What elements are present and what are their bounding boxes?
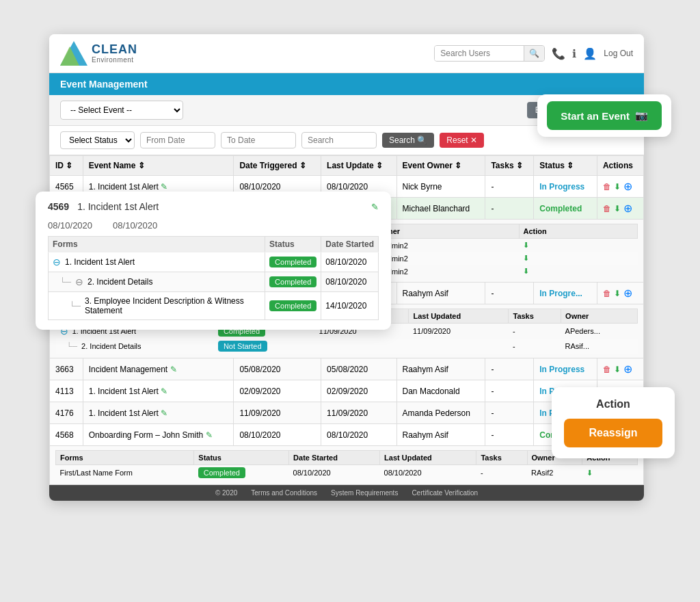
sub-col-date-started: Date Started — [289, 451, 380, 465]
detail-form-date: 08/10/2020 — [321, 272, 379, 292]
col-event-name[interactable]: Event Name ⇕ — [83, 156, 234, 176]
status-filter[interactable]: Select Status — [60, 131, 135, 149]
sub-form-last-updated: 11/09/2020 — [409, 324, 509, 339]
info-icon[interactable]: ℹ — [572, 47, 576, 60]
delete-icon[interactable]: 🗑 — [603, 204, 611, 213]
tree-connector: └─ — [59, 277, 71, 287]
detail-form-name: └─ 3. Employee Incident Description & Wi… — [49, 292, 265, 320]
phone-icon[interactable]: 📞 — [552, 47, 565, 60]
search-input[interactable] — [301, 132, 377, 148]
reassign-button[interactable]: Reassign — [564, 419, 662, 447]
logo-clean: CLEAN — [92, 43, 137, 57]
col-event-owner[interactable]: Event Owner ⇕ — [396, 156, 485, 176]
form-name-text: 2. Incident Details — [81, 342, 141, 350]
search-users-input[interactable] — [435, 46, 524, 61]
form-item: └─ ⊖ 2. Incident Details — [53, 276, 260, 287]
detail-col-date-started: Date Started — [321, 237, 379, 252]
action-card-title: Action — [564, 398, 662, 410]
col-actions: Actions — [597, 156, 643, 176]
sub-col-owner: Owner — [372, 224, 519, 239]
certificate-link[interactable]: Certificate Verification — [412, 489, 478, 497]
download-icon[interactable]: ⬇ — [614, 182, 621, 192]
info-circle-icon[interactable]: ⊕ — [623, 180, 632, 193]
detail-card-title: 1. Incident 1st Alert — [77, 201, 363, 212]
action-icons: 🗑 ⬇ ⊕ — [603, 363, 638, 376]
form-item: └─ 2. Incident Details — [60, 342, 210, 350]
download-icon[interactable]: ⬇ — [587, 469, 593, 477]
delete-icon[interactable]: 🗑 — [603, 182, 611, 192]
action-card: Action Reassign — [552, 387, 675, 458]
event-name-text: 1. Incident 1st Alert — [89, 408, 159, 418]
cell-tasks: - — [485, 424, 534, 446]
detail-form-status: Completed — [265, 252, 321, 272]
select-event-dropdown[interactable]: -- Select Event -- — [60, 101, 183, 120]
download-icon[interactable]: ⬇ — [523, 267, 529, 275]
sub-form-date-started — [315, 339, 409, 354]
edit-icon[interactable]: ✎ — [206, 430, 213, 440]
edit-icon[interactable]: ✎ — [170, 365, 177, 374]
detail-card-edit-icon[interactable]: ✎ — [371, 202, 379, 212]
sub-col-tasks: Tasks — [476, 451, 527, 465]
search-button[interactable]: Search 🔍 — [382, 133, 434, 148]
edit-icon[interactable]: ✎ — [161, 408, 167, 418]
edit-icon[interactable]: ✎ — [161, 387, 167, 396]
event-name-text: Incident Management — [89, 365, 167, 374]
download-icon[interactable]: ⬇ — [523, 254, 529, 262]
cell-actions: 🗑 ⬇ ⊕ — [597, 283, 643, 304]
cell-date-triggered: 08/10/2020 — [234, 424, 321, 446]
detail-card-dates: 08/10/2020 08/10/2020 — [48, 220, 379, 231]
reset-button[interactable]: Reset ✕ — [440, 133, 484, 148]
col-id[interactable]: ID ⇕ — [50, 156, 83, 176]
logo: CLEAN Environment — [60, 41, 137, 66]
info-circle-icon[interactable]: ⊕ — [623, 287, 632, 300]
col-last-update[interactable]: Last Update ⇕ — [321, 156, 396, 176]
download-icon[interactable]: ⬇ — [614, 365, 621, 374]
circle-minus-icon: ⊖ — [75, 276, 83, 287]
detail-date-triggered: 08/10/2020 — [48, 220, 92, 231]
detail-card-id: 4569 — [48, 201, 69, 212]
detail-last-update: 08/10/2020 — [113, 220, 157, 231]
sub-col-owner: Owner — [561, 309, 638, 324]
logout-button[interactable]: Log Out — [604, 49, 633, 58]
cell-owner: Nick Byrne — [396, 176, 485, 198]
download-icon[interactable]: ⬇ — [614, 204, 621, 213]
edit-icon[interactable]: ✎ — [161, 182, 167, 192]
cell-actions: 🗑 ⬇ ⊕ — [597, 176, 643, 198]
download-icon[interactable]: ⬇ — [614, 289, 621, 298]
from-date-input[interactable] — [140, 132, 215, 148]
col-date-triggered[interactable]: Date Triggered ⇕ — [234, 156, 321, 176]
cell-actions: 🗑 ⬇ ⊕ — [597, 358, 643, 380]
cell-owner: Dan Macdonald — [396, 380, 485, 402]
cell-tasks: - — [485, 402, 534, 424]
search-users-button[interactable]: 🔍 — [524, 46, 544, 61]
camera-icon: 📷 — [635, 109, 648, 122]
detail-form-row: └─ 3. Employee Incident Description & Wi… — [49, 292, 379, 320]
tree-connector: └─ — [69, 301, 81, 311]
completed-badge: Completed — [269, 257, 317, 267]
cell-id: 4176 — [50, 402, 83, 424]
sub-col-status: Status — [194, 451, 289, 465]
user-icon[interactable]: 👤 — [583, 47, 597, 60]
info-circle-icon[interactable]: ⊕ — [623, 202, 632, 215]
delete-icon[interactable]: 🗑 — [603, 365, 611, 374]
sub-form-last-updated: 08/10/2020 — [380, 465, 476, 481]
sub-form-name: First/Last Name Form — [56, 465, 194, 481]
terms-link[interactable]: Terms and Conditions — [251, 489, 317, 497]
download-icon[interactable]: ⬇ — [523, 241, 529, 249]
cell-tasks: - — [485, 198, 534, 220]
footer: © 2020 Terms and Conditions System Requi… — [49, 485, 644, 501]
info-circle-icon[interactable]: ⊕ — [623, 363, 632, 376]
cell-tasks: - — [485, 380, 534, 402]
col-status[interactable]: Status ⇕ — [534, 156, 597, 176]
cell-status: In Progre... — [534, 283, 597, 304]
detail-sub-header: Forms Status Date Started — [49, 237, 379, 252]
delete-icon[interactable]: 🗑 — [603, 289, 611, 298]
start-event-button[interactable]: Start an Event 📷 — [547, 101, 662, 130]
cell-status: In Progress — [534, 358, 597, 380]
to-date-input[interactable] — [221, 132, 296, 148]
logo-icon — [60, 41, 88, 66]
detail-form-status: Completed — [265, 272, 321, 292]
system-requirements-link[interactable]: System Requirements — [331, 489, 398, 497]
search-users-container[interactable]: 🔍 — [434, 45, 545, 62]
col-tasks[interactable]: Tasks ⇕ — [485, 156, 534, 176]
